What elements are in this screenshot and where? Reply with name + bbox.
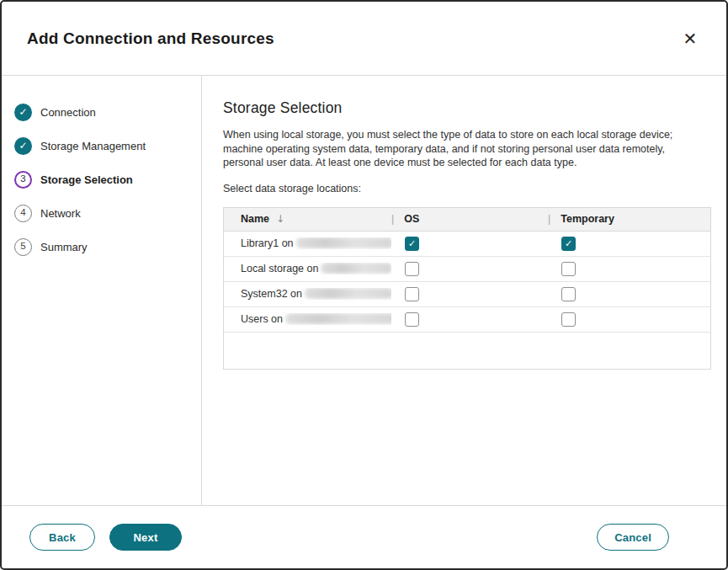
redacted-server-name bbox=[321, 263, 391, 274]
column-separator: | bbox=[548, 213, 550, 225]
dialog-header: Add Connection and Resources ✕ bbox=[2, 2, 726, 76]
storage-device-name: System32 on bbox=[224, 288, 391, 300]
temporary-checkbox[interactable]: ✓ bbox=[561, 237, 576, 251]
os-checkbox[interactable] bbox=[405, 287, 419, 301]
storage-selection-panel: Storage Selection When using local stora… bbox=[202, 76, 726, 505]
temporary-checkbox[interactable] bbox=[561, 287, 576, 301]
page-title: Storage Selection bbox=[223, 99, 708, 117]
add-connection-resources-dialog: Add Connection and Resources ✕ ✓ Connect… bbox=[0, 0, 728, 570]
redacted-server-name bbox=[296, 237, 391, 248]
table-header-row: Name ↓ | OS | Temporary bbox=[224, 208, 710, 232]
step-label: Storage Management bbox=[40, 140, 146, 152]
step-label: Storage Selection bbox=[40, 173, 133, 186]
step-number-badge: 3 bbox=[14, 171, 32, 189]
column-label: Name bbox=[241, 213, 269, 225]
storage-locations-table: Name ↓ | OS | Temporary Library1 on. bbox=[223, 207, 711, 370]
table-row: System32 on bbox=[224, 282, 710, 307]
wizard-steps-sidebar: ✓ Connection ✓ Storage Management 3 Stor… bbox=[2, 76, 202, 505]
step-label: Connection bbox=[40, 106, 96, 119]
redacted-server-name bbox=[285, 313, 391, 324]
step-label: Summary bbox=[40, 241, 88, 253]
table-row: Users on. bbox=[224, 307, 710, 333]
temporary-checkbox[interactable] bbox=[561, 312, 576, 327]
os-checkbox[interactable]: ✓ bbox=[405, 237, 419, 251]
column-header-name[interactable]: Name ↓ bbox=[224, 213, 391, 225]
column-label: Temporary bbox=[561, 213, 614, 225]
storage-device-name: Library1 on. bbox=[224, 237, 391, 249]
table-row: Library1 on. ✓ ✓ bbox=[224, 232, 710, 257]
dialog-footer: Back Next Cancel bbox=[2, 505, 726, 568]
close-icon[interactable]: ✕ bbox=[676, 24, 704, 53]
step-complete-check-icon: ✓ bbox=[14, 137, 32, 155]
step-label: Network bbox=[40, 207, 81, 220]
step-number-badge: 5 bbox=[14, 238, 32, 256]
step-storage-selection[interactable]: 3 Storage Selection bbox=[2, 162, 201, 196]
os-checkbox[interactable] bbox=[405, 262, 419, 276]
step-storage-management[interactable]: ✓ Storage Management bbox=[2, 129, 201, 162]
step-number-badge: 4 bbox=[14, 205, 32, 222]
step-connection[interactable]: ✓ Connection bbox=[2, 95, 201, 129]
column-separator: | bbox=[391, 213, 394, 225]
table-row: Local storage on bbox=[224, 257, 710, 282]
step-complete-check-icon: ✓ bbox=[14, 104, 32, 121]
column-header-temporary: | Temporary bbox=[548, 213, 710, 225]
column-label: OS bbox=[404, 213, 419, 225]
step-network[interactable]: 4 Network bbox=[2, 196, 201, 230]
sort-descending-icon[interactable]: ↓ bbox=[276, 213, 284, 225]
dialog-body: ✓ Connection ✓ Storage Management 3 Stor… bbox=[2, 76, 726, 505]
select-locations-label: Select data storage locations: bbox=[223, 183, 708, 194]
storage-device-name: Local storage on bbox=[224, 263, 391, 274]
os-checkbox[interactable] bbox=[405, 312, 419, 327]
table-empty-space bbox=[224, 333, 710, 369]
column-header-os: | OS bbox=[391, 213, 548, 225]
temporary-checkbox[interactable] bbox=[561, 262, 576, 276]
storage-device-name: Users on. bbox=[224, 313, 391, 325]
back-button[interactable]: Back bbox=[29, 524, 95, 551]
cancel-button[interactable]: Cancel bbox=[597, 524, 669, 551]
redacted-server-name bbox=[305, 288, 391, 299]
page-description: When using local storage, you must selec… bbox=[223, 128, 708, 170]
step-summary[interactable]: 5 Summary bbox=[2, 230, 201, 264]
next-button[interactable]: Next bbox=[109, 524, 182, 551]
dialog-title: Add Connection and Resources bbox=[27, 29, 274, 48]
